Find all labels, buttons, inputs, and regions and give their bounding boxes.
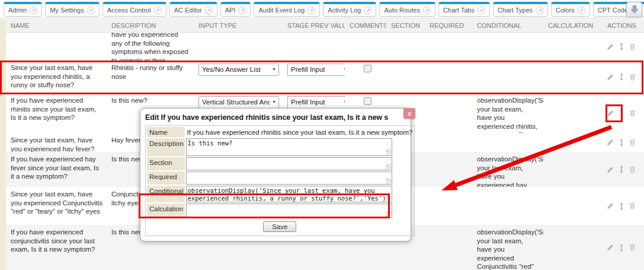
admin-question-editor-screen: Admin↗My Settings↗Access Control↗AC Edit… — [0, 0, 644, 270]
column-header-input-type: INPUT TYPE — [194, 22, 283, 29]
cell-calculation — [543, 33, 603, 61]
edit-icon[interactable] — [607, 202, 614, 209]
open-in-new-window-icon[interactable]: ↗ — [478, 7, 485, 14]
tab-colors[interactable]: Colors↗ — [551, 2, 590, 17]
tab-auto-routes[interactable]: Auto Routes↗ — [379, 2, 435, 17]
edit-icon[interactable] — [607, 166, 614, 173]
delete-icon[interactable] — [629, 166, 636, 173]
column-header-name: NAME — [6, 22, 107, 29]
textarea-wrapper — [186, 204, 413, 218]
edit-icon[interactable] — [607, 244, 614, 251]
cell-required — [425, 33, 472, 61]
reorder-icon[interactable] — [619, 244, 624, 252]
open-in-new-window-icon[interactable]: ↗ — [423, 7, 431, 14]
modal-field-calculation — [186, 204, 413, 218]
stage-prev-value-select[interactable]: Prefill Input▼ — [287, 96, 345, 109]
open-in-new-window-icon[interactable]: ↗ — [578, 7, 585, 14]
reorder-icon[interactable] — [619, 43, 624, 50]
open-in-new-window-icon[interactable]: ↗ — [536, 7, 543, 14]
comments-checkbox[interactable] — [364, 65, 371, 72]
column-header-section: SECTION — [386, 22, 425, 29]
edit-icon[interactable] — [607, 139, 614, 146]
input-type-select[interactable]: Vertical Structured Answ▼ — [198, 96, 279, 109]
question-name-text: Since your last exam, have you experienc… — [11, 190, 103, 216]
tab-chart-tabs[interactable]: Chart Tabs↗ — [438, 2, 490, 17]
cell-section — [386, 61, 425, 93]
cell-name: Since your last exam, have you experienc… — [6, 187, 107, 225]
modal-description-textarea[interactable]: Is this new? — [186, 138, 392, 156]
modal-save-row: Save — [147, 219, 413, 234]
open-in-new-window-icon[interactable]: ↗ — [30, 7, 37, 14]
select-value: Prefill Input — [291, 65, 325, 74]
modal-calculation-textarea[interactable] — [186, 204, 392, 218]
cell-name: If you have experienced conjunctivitis s… — [6, 225, 107, 270]
cell-conditional: observationDisplay('Since your last exam… — [472, 225, 543, 270]
modal-conditional-textarea[interactable]: observationDisplay('Since your last exam… — [186, 186, 392, 202]
cell-name — [6, 33, 107, 61]
open-in-new-window-icon[interactable]: ↗ — [364, 7, 371, 14]
edit-icon[interactable] — [607, 74, 614, 81]
comments-checkbox[interactable] — [364, 97, 371, 105]
tab-scroll-button[interactable] — [626, 2, 642, 17]
cell-section — [386, 33, 425, 61]
modal-close-button[interactable]: x — [403, 108, 415, 119]
reorder-icon[interactable] — [619, 202, 624, 210]
delete-icon[interactable] — [629, 43, 636, 50]
modal-required-textarea[interactable] — [186, 171, 392, 185]
textarea-wrapper: Is this new? — [186, 138, 413, 156]
edit-question-modal: x Edit If you have experienced rhinitis … — [140, 108, 411, 242]
cell-calculation — [543, 133, 603, 152]
tab-chart-types[interactable]: Chart Types↗ — [493, 2, 548, 17]
chevron-down-icon: ▼ — [272, 65, 276, 74]
cell-actions — [603, 93, 644, 133]
delete-icon[interactable] — [629, 202, 636, 209]
input-type-select[interactable]: Yes/No Answer List▼ — [198, 63, 279, 76]
select-value: Prefill Input — [291, 98, 325, 107]
cell-calculation — [543, 225, 603, 270]
cell-calculation — [543, 61, 603, 93]
tab-label: Admin — [8, 7, 27, 14]
question-description-text: have you experienced any of the followin… — [111, 33, 190, 61]
modal-form: NameIf you have experienced rhinitis sin… — [145, 125, 415, 236]
reorder-icon[interactable] — [619, 166, 624, 173]
modal-field-label-calculation: Calculation — [147, 204, 185, 218]
question-row: Since your last exam, have you experienc… — [6, 61, 644, 93]
tab-label: Audit Event Log — [258, 7, 305, 14]
question-row: have you experienced any of the followin… — [6, 33, 644, 61]
question-name-text: Since your last exam, have you experienc… — [11, 136, 103, 152]
tab-label: Colors — [556, 7, 575, 14]
reorder-icon[interactable] — [619, 109, 624, 117]
open-in-new-window-icon[interactable]: ↗ — [154, 7, 162, 14]
edit-icon[interactable] — [607, 43, 614, 50]
open-in-new-window-icon[interactable]: ↗ — [238, 7, 246, 14]
question-description-text: Rhinitis - runny or stuffy nose — [111, 63, 190, 81]
tab-admin[interactable]: Admin↗ — [4, 2, 42, 17]
tab-audit-event-log[interactable]: Audit Event Log↗ — [254, 2, 320, 17]
reorder-icon[interactable] — [619, 139, 624, 147]
tab-access-control[interactable]: Access Control↗ — [102, 2, 166, 17]
save-button[interactable]: Save — [263, 221, 296, 232]
cell-actions — [603, 33, 644, 61]
select-value: Vertical Structured Answ — [202, 98, 270, 107]
tab-activity-log[interactable]: Activity Log↗ — [323, 2, 376, 17]
open-in-new-window-icon[interactable]: ↗ — [307, 7, 315, 14]
open-in-new-window-icon[interactable]: ↗ — [205, 7, 213, 14]
modal-section-textarea[interactable] — [186, 157, 392, 170]
edit-icon[interactable] — [607, 110, 614, 117]
tab-ac-editor[interactable]: AC Editor↗ — [169, 2, 217, 17]
delete-icon[interactable] — [629, 139, 636, 146]
delete-icon[interactable] — [629, 110, 636, 117]
textarea-wrapper: observationDisplay('Since your last exam… — [186, 186, 413, 202]
open-in-new-window-icon[interactable]: ↗ — [87, 7, 95, 14]
down-arrow-icon — [630, 5, 639, 14]
conditional-expression-text: observationDisplay('Since your last exam… — [477, 96, 540, 133]
cell-actions — [603, 133, 644, 152]
tab-my-settings[interactable]: My Settings↗ — [45, 2, 99, 17]
cell-actions — [603, 187, 644, 225]
modal-field-label-conditional: Conditional — [147, 186, 185, 202]
reorder-icon[interactable] — [619, 73, 624, 81]
stage-prev-value-select[interactable]: Prefill Input▼ — [287, 63, 345, 76]
delete-icon[interactable] — [629, 244, 636, 251]
delete-icon[interactable] — [629, 74, 636, 81]
tab-api[interactable]: API↗ — [220, 2, 251, 17]
